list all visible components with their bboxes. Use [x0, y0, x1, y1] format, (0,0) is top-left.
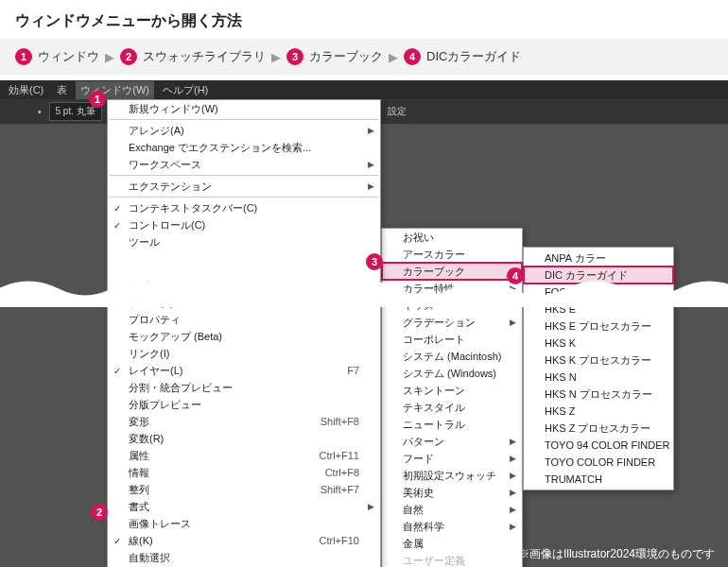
menu-item-label: 自動選択 — [129, 551, 170, 565]
window-menu-item[interactable]: 変数(R) — [108, 430, 380, 447]
submenu-arrow-icon: ▶ — [510, 488, 516, 497]
menu-item-label: アースカラー — [403, 248, 465, 262]
window-menu-item[interactable]: ワークスペース▶ — [108, 156, 380, 173]
window-menu-item[interactable]: アレンジ(A)▶ — [108, 122, 380, 139]
colorbook-submenu-item[interactable]: HKS K — [524, 335, 673, 352]
window-menu-item[interactable]: 新規ウィンドウ(W) — [108, 100, 380, 117]
window-menu-item[interactable]: ✓線(K)Ctrl+F10 — [108, 532, 380, 549]
swatch-submenu-item[interactable]: 初期設定スウォッチ▶ — [382, 467, 522, 484]
menu-item-label: プロパティ — [129, 313, 181, 327]
submenu-arrow-icon: ▶ — [510, 522, 516, 531]
swatch-submenu-item[interactable]: コーポレート — [382, 331, 522, 348]
menu-item-label: 変数(R) — [129, 432, 164, 446]
step-badge-3: 3 — [286, 48, 303, 65]
submenu-arrow-icon: ▶ — [368, 502, 374, 511]
menu-item-label: リンク(I) — [129, 347, 169, 361]
step-badge-1: 1 — [15, 48, 32, 65]
window-menu-item[interactable]: プロパティ — [108, 311, 380, 328]
menu-effects[interactable]: 効果(C) — [4, 81, 48, 99]
menu-item-label: HKS Z — [545, 405, 575, 417]
menu-item-label: システム (Macintosh) — [403, 350, 502, 364]
menu-item-label: Exchange でエクステンションを検索... — [129, 141, 311, 155]
swatch-submenu-item[interactable]: アースカラー — [382, 246, 522, 263]
window-menu-item[interactable]: 画像トレース — [108, 515, 380, 532]
window-menu-item[interactable]: ツール — [108, 233, 380, 250]
colorbook-submenu-item[interactable]: HKS Z プロセスカラー — [524, 420, 673, 437]
window-menu-item[interactable]: 書式▶ — [108, 498, 380, 515]
swatch-submenu-item[interactable]: テキスタイル — [382, 399, 522, 416]
menu-item-label: 自然科学 — [403, 520, 444, 534]
check-icon: ✓ — [113, 203, 121, 214]
menu-item-label: 線(K) — [129, 534, 153, 548]
shortcut-label: Ctrl+F8 — [297, 467, 359, 478]
step-label-2: スウォッチライブラリ — [143, 48, 266, 65]
menu-help[interactable]: ヘルプ(H) — [158, 81, 213, 99]
swatch-submenu-item[interactable]: 自然▶ — [382, 501, 522, 518]
window-menu-item[interactable]: ✓コントロール(C) — [108, 216, 380, 233]
colorbook-submenu-item[interactable]: HKS K プロセスカラー — [524, 352, 673, 369]
step-label-1: ウィンドウ — [38, 48, 99, 65]
menu-item-label: レイヤー(L) — [129, 364, 182, 378]
window-menu-item[interactable]: リンク(I) — [108, 345, 380, 362]
app-screenshot: 効果(C) 表 ウィンドウ(W) ヘルプ(H) • 5 pt. 丸筆 設定 新規… — [0, 80, 728, 567]
window-menu-item[interactable]: 属性Ctrl+F11 — [108, 447, 380, 464]
menu-window[interactable]: ウィンドウ(W) — [76, 81, 154, 99]
shortcut-label: Shift+F8 — [292, 416, 359, 427]
submenu-arrow-icon: ▶ — [368, 181, 374, 191]
menu-item-label: 分版プレビュー — [129, 398, 201, 412]
window-menu-item[interactable]: Exchange でエクステンションを検索... — [108, 139, 380, 156]
colorbook-submenu-item[interactable]: TOYO 94 COLOR FINDER — [524, 437, 673, 454]
menu-item-label: 金属 — [403, 537, 424, 551]
colorbook-submenu-item[interactable]: TOYO COLOR FINDER — [524, 454, 673, 471]
colorbook-submenu-item[interactable]: HKS N — [524, 369, 673, 386]
window-menu-item[interactable]: 分割・統合プレビュー — [108, 379, 380, 396]
colorbook-submenu-item[interactable]: HKS N プロセスカラー — [524, 386, 673, 403]
menu-item-label: 美術史 — [403, 486, 434, 500]
callout-4: 4 — [507, 267, 524, 284]
swatch-submenu-item[interactable]: ニュートラル — [382, 416, 522, 433]
swatch-submenu-item[interactable]: 金属 — [382, 535, 522, 552]
colorbook-submenu-item[interactable]: HKS E プロセスカラー — [524, 318, 673, 335]
window-menu-item[interactable]: 情報Ctrl+F8 — [108, 464, 380, 481]
colorbook-submenu-item[interactable]: TRUMATCH — [524, 471, 673, 488]
toolbar-right[interactable]: 設定 — [388, 105, 407, 118]
menu-item-label: ユーザー定義 — [403, 554, 465, 568]
menu-item-label: ワークスペース — [129, 158, 201, 172]
colorbook-submenu-item[interactable]: HKS Z — [524, 403, 673, 420]
submenu-arrow-icon: ▶ — [510, 454, 516, 463]
menu-item-label: カラーブック — [403, 265, 465, 279]
submenu-arrow-icon: ▶ — [510, 505, 516, 514]
swatch-submenu-item[interactable]: システム (Windows) — [382, 365, 522, 382]
window-menu-item[interactable]: 整列Shift+F7 — [108, 481, 380, 498]
swatch-submenu-item[interactable]: パターン▶ — [382, 433, 522, 450]
swatch-submenu-item[interactable]: お祝い — [382, 229, 522, 246]
window-menu-item[interactable]: 自動選択 — [108, 549, 380, 566]
window-menu-item[interactable]: 分版プレビュー — [108, 396, 380, 413]
swatch-submenu-item[interactable]: フード▶ — [382, 450, 522, 467]
shortcut-label: Ctrl+F11 — [291, 450, 360, 461]
window-menu-item[interactable]: ✓レイヤー(L)F7 — [108, 362, 380, 379]
menu-item-label: フード — [403, 452, 434, 466]
swatch-submenu-item[interactable]: システム (Macintosh) — [382, 348, 522, 365]
swatch-submenu-item[interactable]: スキントーン — [382, 382, 522, 399]
menu-item-label: 変形 — [129, 415, 149, 429]
menu-item-label: 情報 — [129, 466, 149, 480]
swatch-submenu-item[interactable]: 自然科学▶ — [382, 518, 522, 535]
swatch-submenu-item[interactable]: グラデーション▶ — [382, 314, 522, 331]
menu-item-label: テキスタイル — [403, 401, 465, 415]
window-menu-item[interactable]: エクステンション▶ — [108, 178, 380, 195]
menubar: 効果(C) 表 ウィンドウ(W) ヘルプ(H) — [0, 80, 728, 99]
shortcut-label: Ctrl+F10 — [291, 535, 360, 546]
menu-item-label: 整列 — [129, 483, 149, 497]
swatch-submenu-item[interactable]: 美術史▶ — [382, 484, 522, 501]
menu-item-label: TOYO 94 COLOR FINDER — [545, 439, 669, 451]
window-menu-item[interactable]: ✓コンテキストタスクバー(C) — [108, 199, 380, 216]
window-menu-item[interactable]: 変形Shift+F8 — [108, 413, 380, 430]
window-menu-item[interactable]: モックアップ (Beta) — [108, 328, 380, 345]
menu-view[interactable]: 表 — [52, 81, 72, 99]
swatch-submenu-item[interactable]: カラーブック▶ — [382, 263, 522, 280]
callout-2: 2 — [91, 504, 108, 521]
colorbook-submenu-item[interactable]: ANPA カラー — [524, 249, 673, 266]
menu-item-label: コーポレート — [403, 333, 465, 347]
menu-item-label: 新規ウィンドウ(W) — [129, 102, 218, 116]
